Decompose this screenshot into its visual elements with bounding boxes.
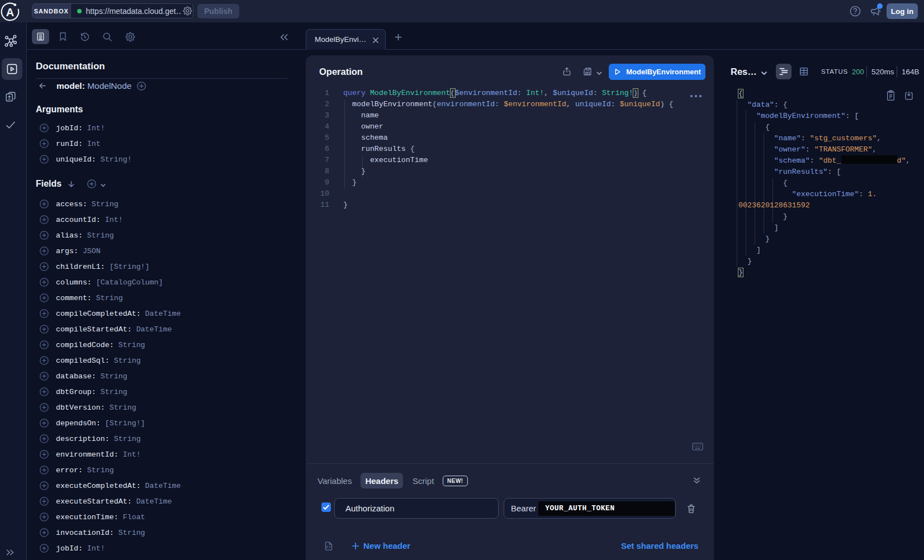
svg-text:A: A xyxy=(6,6,14,18)
